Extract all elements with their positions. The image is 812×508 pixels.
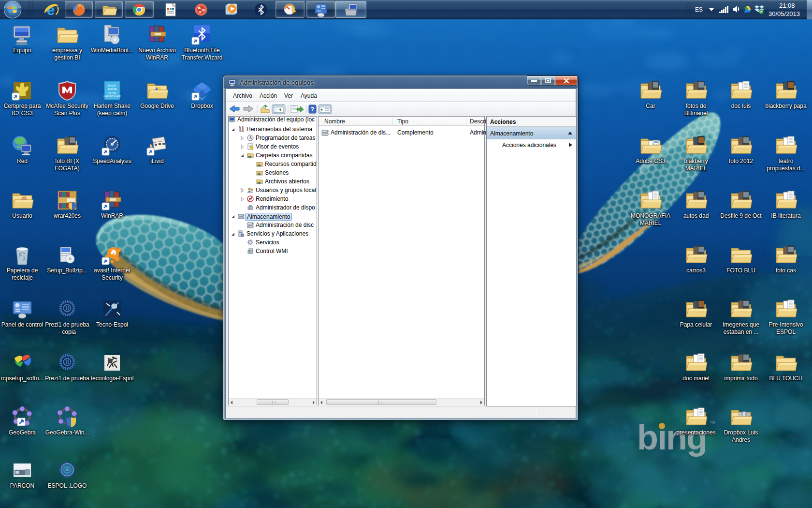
svg-text:OS THE: OS THE — [108, 92, 116, 94]
svg-text:?: ? — [311, 106, 314, 113]
svg-text:KEEP: KEEP — [108, 84, 116, 87]
svg-text:CALM: CALM — [108, 88, 116, 90]
svg-text:HARLEM SHAKE: HARLEM SHAKE — [103, 95, 120, 98]
